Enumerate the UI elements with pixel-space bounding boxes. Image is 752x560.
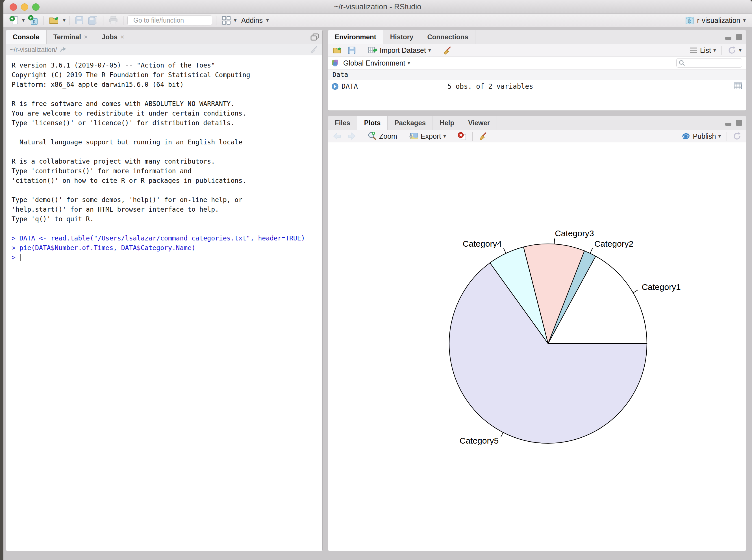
- tab-console[interactable]: Console: [6, 30, 47, 44]
- tab-connections[interactable]: Connections: [420, 30, 475, 44]
- object-name-cell: DATA: [328, 80, 444, 93]
- tab-label: Files: [335, 119, 350, 127]
- refresh-plot-button[interactable]: [731, 131, 743, 142]
- import-dataset-button[interactable]: Import Dataset ▾: [367, 45, 432, 56]
- console-pane: Console Terminal × Jobs × ~: [6, 30, 323, 551]
- pie-label-tick: [590, 248, 592, 254]
- toolbar-separator: [727, 132, 727, 141]
- plot-viewport[interactable]: Category1Category2Category3Category4Cate…: [328, 142, 746, 551]
- tab-help[interactable]: Help: [433, 116, 461, 130]
- load-workspace-button[interactable]: [331, 45, 344, 56]
- tab-label: Jobs: [102, 33, 118, 41]
- environment-scope-selector[interactable]: Global Environment ▾: [343, 57, 410, 69]
- pie-label-tick: [633, 290, 638, 293]
- export-plot-button[interactable]: Export ▾: [408, 131, 447, 142]
- console-line: > pie(DATA$Number.of.Times, DATA$Categor…: [12, 243, 322, 253]
- environment-scope-row: Global Environment ▾: [328, 57, 746, 69]
- project-selector[interactable]: R r-visualization ▾: [685, 15, 746, 26]
- toolbar-separator: [437, 46, 437, 55]
- environment-toolbar: Import Dataset ▾ List: [328, 44, 746, 57]
- new-file-dropdown[interactable]: ▾: [22, 15, 25, 26]
- next-plot-button[interactable]: [345, 131, 357, 142]
- console-output[interactable]: R version 3.6.1 (2019-07-05) -- "Action …: [6, 55, 322, 551]
- clear-environment-button[interactable]: [442, 45, 453, 56]
- tab-packages[interactable]: Packages: [388, 116, 433, 130]
- global-environment-icon: [331, 59, 340, 67]
- tab-close-icon[interactable]: ×: [120, 33, 124, 41]
- refresh-caret-icon: ▾: [739, 45, 741, 56]
- pie-label: Category2: [594, 239, 633, 248]
- project-cube-icon: R: [685, 16, 694, 25]
- addins-button[interactable]: Addins ▾: [239, 15, 270, 26]
- maximize-pane-icon[interactable]: [310, 33, 319, 41]
- tab-plots[interactable]: Plots: [357, 116, 388, 130]
- console-path-bar: ~/r-visualization/: [6, 44, 322, 56]
- workspace-panes-button[interactable]: [220, 15, 232, 26]
- view-data-grid-icon[interactable]: [734, 82, 742, 89]
- console-line: [12, 224, 322, 233]
- addins-caret-icon: ▾: [266, 15, 269, 26]
- pie-label: Category3: [555, 228, 594, 238]
- refresh-icon: [727, 46, 736, 55]
- console-tabbar: Console Terminal × Jobs ×: [6, 30, 322, 44]
- panes-dropdown[interactable]: ▾: [234, 15, 237, 26]
- expand-object-icon[interactable]: [331, 83, 339, 90]
- list-view-button[interactable]: List ▾: [688, 45, 717, 56]
- tab-viewer[interactable]: Viewer: [461, 116, 497, 130]
- console-line: [12, 128, 322, 137]
- tab-close-icon[interactable]: ×: [84, 33, 88, 41]
- tab-jobs[interactable]: Jobs ×: [95, 30, 131, 44]
- titlebar: ~/r-visualization - RStudio: [3, 0, 752, 14]
- environment-section-header: Data: [328, 69, 746, 80]
- save-all-button[interactable]: [87, 15, 99, 26]
- open-recent-dropdown[interactable]: ▾: [63, 15, 66, 26]
- goto-directory-icon[interactable]: [60, 47, 67, 53]
- console-line: >: [12, 253, 322, 262]
- tab-files[interactable]: Files: [328, 116, 357, 130]
- pie-label: Category1: [642, 282, 680, 292]
- console-line: R is free software and comes with ABSOLU…: [12, 99, 322, 108]
- tab-terminal[interactable]: Terminal ×: [47, 30, 95, 44]
- environment-search-input[interactable]: [687, 59, 739, 67]
- object-value: 5 obs. of 2 variables: [444, 82, 746, 91]
- open-file-button[interactable]: [48, 15, 61, 26]
- tab-label: Viewer: [468, 119, 490, 127]
- print-button[interactable]: [107, 15, 119, 26]
- save-button[interactable]: [74, 15, 85, 26]
- console-line: Type 'demo()' for some demos, 'help()' f…: [12, 195, 322, 204]
- publish-plot-button[interactable]: Publish ▾: [680, 131, 722, 142]
- tab-environment[interactable]: Environment: [328, 30, 383, 44]
- refresh-environment-button[interactable]: ▾: [726, 45, 743, 56]
- minimize-pane-icon[interactable]: [725, 33, 732, 41]
- main-toolbar: ▾ R ▾: [3, 14, 752, 27]
- console-line: Platform: x86_64-apple-darwin15.6.0 (64-…: [12, 80, 322, 89]
- tab-label: Environment: [335, 33, 376, 41]
- console-line: Type 'license()' or 'licence()' for dist…: [12, 118, 322, 128]
- tab-history[interactable]: History: [383, 30, 421, 44]
- tab-label: Console: [13, 33, 40, 41]
- console-line: [12, 185, 322, 195]
- previous-plot-button[interactable]: [331, 131, 343, 142]
- back-arrow-icon: [332, 132, 342, 140]
- new-file-button[interactable]: [8, 15, 20, 26]
- toolbar-separator: [43, 16, 44, 25]
- environment-object-row[interactable]: DATA 5 obs. of 2 variables: [328, 80, 746, 93]
- pie-chart: Category1Category2Category3Category4Cate…: [328, 142, 746, 551]
- pie-label-tick: [504, 248, 506, 254]
- zoom-plot-button[interactable]: Zoom: [367, 131, 398, 142]
- new-project-button[interactable]: R: [26, 15, 40, 26]
- publish-caret-icon: ▾: [718, 131, 721, 142]
- minimize-pane-icon[interactable]: [725, 119, 732, 126]
- toolbar-separator: [362, 46, 362, 55]
- goto-file-input[interactable]: [133, 16, 218, 25]
- toolbar-separator: [472, 132, 473, 141]
- save-workspace-button[interactable]: [346, 45, 357, 56]
- maximize-pane-icon[interactable]: [735, 33, 743, 41]
- clear-all-plots-button[interactable]: [477, 131, 488, 142]
- pie-label-tick: [554, 238, 554, 244]
- environment-tabbar: Environment History Connections: [328, 30, 746, 44]
- maximize-pane-icon[interactable]: [735, 119, 743, 126]
- remove-plot-button[interactable]: [456, 131, 468, 142]
- console-line: Type 'q()' to quit R.: [12, 214, 322, 224]
- clear-console-icon[interactable]: [310, 45, 318, 54]
